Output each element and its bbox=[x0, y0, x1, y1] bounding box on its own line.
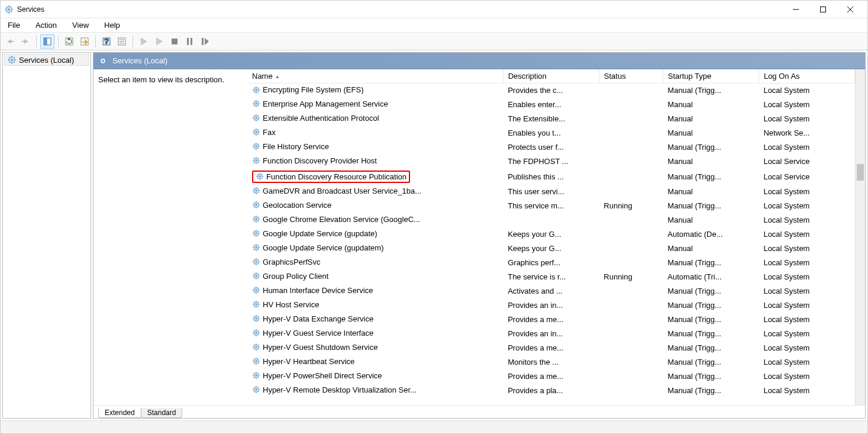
properties-button[interactable] bbox=[115, 34, 129, 49]
tab-standard[interactable]: Standard bbox=[141, 408, 183, 418]
menu-action[interactable]: Action bbox=[33, 20, 59, 31]
menu-file[interactable]: File bbox=[5, 20, 22, 31]
cell-name[interactable]: Hyper-V Heartbeat Service bbox=[247, 355, 503, 369]
help-button[interactable]: ? bbox=[99, 34, 114, 49]
cell-startup: Manual bbox=[663, 126, 759, 140]
cell-description bbox=[503, 213, 599, 227]
menu-bar: File Action View Help bbox=[1, 18, 867, 33]
menu-view[interactable]: View bbox=[70, 20, 91, 31]
gear-icon bbox=[252, 99, 260, 108]
cell-name[interactable]: Google Update Service (gupdatem) bbox=[247, 242, 503, 256]
export-list-button[interactable] bbox=[78, 34, 92, 49]
maximize-button[interactable] bbox=[809, 1, 837, 18]
col-status[interactable]: Status bbox=[599, 69, 663, 83]
cell-logon: Local System bbox=[759, 256, 854, 270]
gear-icon bbox=[252, 142, 260, 150]
cell-name[interactable]: GameDVR and Broadcast User Service_1ba..… bbox=[247, 185, 503, 199]
service-name: Hyper-V Guest Shutdown Service bbox=[263, 343, 377, 352]
pause-service-button[interactable] bbox=[183, 34, 197, 49]
services-list[interactable]: Name▲ Description Status Startup Type Lo… bbox=[247, 69, 855, 405]
service-row[interactable]: Group Policy ClientThe service is r...Ru… bbox=[247, 270, 855, 284]
cell-name[interactable]: Hyper-V Guest Service Interface bbox=[247, 327, 503, 341]
service-row[interactable]: Geolocation ServiceThis service m...Runn… bbox=[247, 199, 855, 213]
refresh-button[interactable] bbox=[62, 34, 76, 49]
service-row[interactable]: Enterprise App Management ServiceEnables… bbox=[247, 98, 855, 112]
cell-startup: Manual bbox=[663, 155, 759, 169]
cell-name[interactable]: Hyper-V Data Exchange Service bbox=[247, 313, 503, 327]
cell-name[interactable]: Geolocation Service bbox=[247, 199, 503, 213]
nav-back-button[interactable] bbox=[3, 34, 17, 49]
cell-startup: Manual (Trigg... bbox=[663, 199, 759, 213]
minimize-button[interactable] bbox=[782, 1, 809, 18]
cell-startup: Manual (Trigg... bbox=[663, 298, 759, 313]
cell-name[interactable]: Encrypting File System (EFS) bbox=[247, 83, 503, 98]
service-row[interactable]: GameDVR and Broadcast User Service_1ba..… bbox=[247, 185, 855, 199]
gear-icon bbox=[252, 258, 260, 266]
service-row[interactable]: Hyper-V Data Exchange ServiceProvides a … bbox=[247, 313, 855, 327]
service-row[interactable]: Function Discovery Provider HostThe FDPH… bbox=[247, 155, 855, 169]
gear-icon bbox=[252, 215, 260, 223]
cell-status bbox=[599, 213, 663, 227]
service-row[interactable]: Hyper-V Heartbeat ServiceMonitors the ..… bbox=[247, 355, 855, 369]
service-row[interactable]: Hyper-V PowerShell Direct ServiceProvide… bbox=[247, 369, 855, 384]
stop-service-button[interactable] bbox=[167, 34, 182, 49]
cell-name[interactable]: Hyper-V Guest Shutdown Service bbox=[247, 341, 503, 355]
service-row[interactable]: Function Discovery Resource PublicationP… bbox=[247, 169, 855, 185]
cell-name[interactable]: Group Policy Client bbox=[247, 270, 503, 284]
service-row[interactable]: Extensible Authentication ProtocolThe Ex… bbox=[247, 112, 855, 126]
cell-status bbox=[599, 341, 663, 355]
cell-name[interactable]: Extensible Authentication Protocol bbox=[247, 112, 503, 126]
nav-forward-button[interactable] bbox=[18, 34, 33, 49]
cell-status bbox=[599, 169, 663, 185]
col-logon[interactable]: Log On As bbox=[759, 69, 854, 83]
console-tree[interactable]: Services (Local) bbox=[2, 52, 91, 419]
tree-root-item[interactable]: Services (Local) bbox=[4, 54, 89, 66]
cell-logon: Local System bbox=[759, 242, 854, 256]
cell-logon: Local System bbox=[759, 298, 854, 313]
start-service-button-2[interactable] bbox=[152, 34, 166, 49]
start-service-button[interactable] bbox=[137, 34, 151, 49]
cell-logon: Local System bbox=[759, 83, 854, 98]
cell-startup: Manual bbox=[663, 112, 759, 126]
cell-name[interactable]: GraphicsPerfSvc bbox=[247, 256, 503, 270]
service-row[interactable]: Encrypting File System (EFS)Provides the… bbox=[247, 83, 855, 98]
col-startup[interactable]: Startup Type bbox=[663, 69, 759, 83]
cell-name[interactable]: Human Interface Device Service bbox=[247, 284, 503, 298]
cell-description: Provides the c... bbox=[503, 83, 599, 98]
cell-name[interactable]: HV Host Service bbox=[247, 298, 503, 313]
vertical-scrollbar[interactable] bbox=[855, 69, 865, 405]
cell-name[interactable]: Hyper-V Remote Desktop Virtualization Se… bbox=[247, 384, 503, 398]
service-row[interactable]: Hyper-V Remote Desktop Virtualization Se… bbox=[247, 384, 855, 398]
cell-name[interactable]: File History Service bbox=[247, 140, 503, 155]
service-row[interactable]: Human Interface Device ServiceActivates … bbox=[247, 284, 855, 298]
service-row[interactable]: File History ServiceProtects user f...Ma… bbox=[247, 140, 855, 155]
cell-status: Running bbox=[599, 270, 663, 284]
service-row[interactable]: Google Update Service (gupdate)Keeps you… bbox=[247, 227, 855, 242]
service-row[interactable]: Google Chrome Elevation Service (GoogleC… bbox=[247, 213, 855, 227]
close-button[interactable] bbox=[837, 1, 864, 18]
cell-startup: Manual bbox=[663, 98, 759, 112]
col-description[interactable]: Description bbox=[503, 69, 599, 83]
service-row[interactable]: Hyper-V Guest Service InterfaceProvides … bbox=[247, 327, 855, 341]
cell-name[interactable]: Enterprise App Management Service bbox=[247, 98, 503, 112]
service-row[interactable]: Hyper-V Guest Shutdown ServiceProvides a… bbox=[247, 341, 855, 355]
cell-name[interactable]: Google Chrome Elevation Service (GoogleC… bbox=[247, 213, 503, 227]
service-row[interactable]: HV Host ServiceProvides an in...Manual (… bbox=[247, 298, 855, 313]
service-name: Hyper-V Heartbeat Service bbox=[263, 357, 354, 366]
show-hide-tree-button[interactable] bbox=[40, 34, 54, 49]
cell-name[interactable]: Fax bbox=[247, 126, 503, 140]
service-name: GameDVR and Broadcast User Service_1ba..… bbox=[263, 187, 421, 195]
restart-service-button[interactable] bbox=[198, 34, 212, 49]
menu-help[interactable]: Help bbox=[102, 20, 122, 31]
cell-name[interactable]: Function Discovery Resource Publication bbox=[247, 169, 503, 185]
cell-name[interactable]: Google Update Service (gupdate) bbox=[247, 227, 503, 242]
service-row[interactable]: GraphicsPerfSvcGraphics perf...Manual (T… bbox=[247, 256, 855, 270]
service-row[interactable]: Google Update Service (gupdatem)Keeps yo… bbox=[247, 242, 855, 256]
cell-name[interactable]: Function Discovery Provider Host bbox=[247, 155, 503, 169]
col-name[interactable]: Name▲ bbox=[247, 69, 503, 83]
toolbar: ? bbox=[1, 33, 867, 50]
service-row[interactable]: FaxEnables you t...ManualNetwork Se... bbox=[247, 126, 855, 140]
cell-name[interactable]: Hyper-V PowerShell Direct Service bbox=[247, 369, 503, 384]
tab-extended[interactable]: Extended bbox=[98, 408, 141, 418]
scrollbar-thumb[interactable] bbox=[857, 164, 864, 181]
